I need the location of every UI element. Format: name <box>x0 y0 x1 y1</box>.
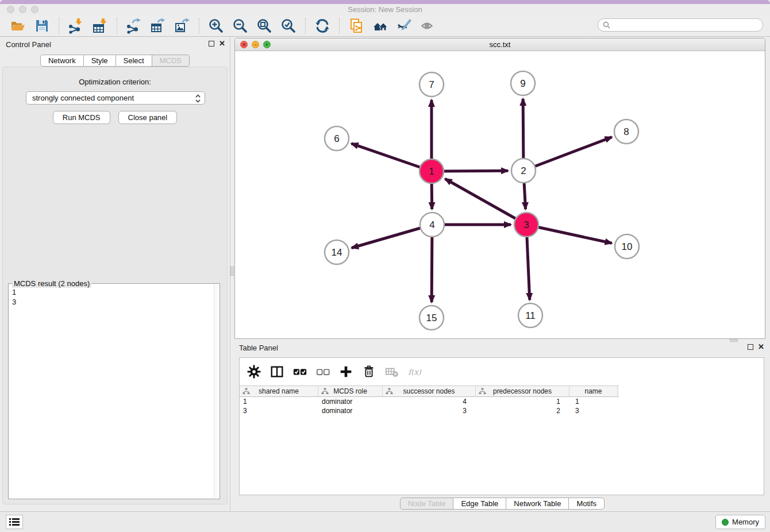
vertical-splitter[interactable] <box>230 37 234 511</box>
graph-node-label: 10 <box>622 241 633 252</box>
export-network-icon[interactable] <box>125 17 143 34</box>
table-panel: Table Panel ✕ <box>234 342 770 511</box>
select-all-icon[interactable] <box>292 364 307 379</box>
task-history-button[interactable] <box>6 515 23 529</box>
result-scrollbar[interactable] <box>214 284 219 498</box>
delete-table-icon <box>384 364 399 379</box>
result-line: 1 <box>12 287 211 297</box>
search-icon <box>603 21 610 29</box>
close-panel-button[interactable]: Close panel <box>118 111 178 124</box>
show-columns-icon[interactable] <box>270 364 284 379</box>
zoom-selected-icon[interactable] <box>280 17 297 34</box>
table-row[interactable]: 3 dominator 3 2 3 <box>240 406 619 415</box>
result-line: 3 <box>12 297 211 307</box>
main-toolbar <box>0 16 770 37</box>
duplicate-network-icon[interactable] <box>348 17 365 34</box>
column-header-predecessor-nodes[interactable]: predecessor nodes <box>476 386 569 396</box>
table-row[interactable]: 1 dominator 4 1 1 <box>240 397 619 406</box>
zoom-fit-icon[interactable] <box>256 17 273 34</box>
graph-node-label: 6 <box>334 133 339 144</box>
control-panel-title: Control Panel <box>6 40 51 49</box>
search-box <box>598 18 763 32</box>
column-header-shared-name[interactable]: shared name <box>240 386 318 396</box>
status-bar: Memory <box>0 511 770 532</box>
run-mcds-button[interactable]: Run MCDS <box>53 111 110 124</box>
zoom-out-icon[interactable] <box>232 17 249 34</box>
delete-column-icon[interactable] <box>361 364 376 379</box>
graph-node-label: 14 <box>332 247 342 258</box>
add-column-icon[interactable] <box>338 364 353 379</box>
graph-node-label: 8 <box>623 126 629 137</box>
table-header-row: shared name MCDS role successor nodes <box>240 385 619 397</box>
graph-edge-3-1[interactable] <box>445 179 526 225</box>
column-header-name[interactable]: name <box>569 386 618 396</box>
tab-network[interactable]: Network <box>40 55 84 67</box>
cell-successor-nodes[interactable]: 4 <box>383 397 476 406</box>
optimization-criterion-label: Optimization criterion: <box>3 78 227 86</box>
export-table-icon[interactable] <box>149 17 167 34</box>
graph-node-label: 2 <box>521 165 526 176</box>
first-neighbors-icon[interactable] <box>372 17 389 34</box>
tab-style[interactable]: Style <box>84 55 116 67</box>
cell-mcds-role[interactable]: dominator <box>318 406 383 415</box>
toolbar-separator <box>305 18 306 34</box>
export-image-icon[interactable] <box>174 17 191 34</box>
window-title: Session: New Session <box>0 5 770 14</box>
graph-node-label: 11 <box>525 310 536 321</box>
application-window: Session: New Session <box>0 0 770 532</box>
network-canvas-svg[interactable]: 7968124314101511 <box>235 51 765 338</box>
list-icon <box>9 518 20 526</box>
criterion-select[interactable]: strongly connected component <box>26 91 205 105</box>
save-session-icon[interactable] <box>33 17 51 34</box>
control-panel-tabs: Network Style Select MCDS <box>0 55 230 67</box>
tab-node-table[interactable]: Node Table <box>400 498 454 510</box>
open-session-icon[interactable] <box>9 17 26 34</box>
cell-predecessor-nodes[interactable]: 1 <box>476 397 569 406</box>
cell-shared-name[interactable]: 1 <box>240 397 318 406</box>
cell-shared-name[interactable]: 3 <box>240 406 318 415</box>
cell-predecessor-nodes[interactable]: 2 <box>476 406 569 415</box>
svg-text:f(x): f(x) <box>409 368 422 376</box>
graph-node-label: 1 <box>429 166 434 177</box>
float-table-panel-icon[interactable] <box>748 344 753 350</box>
graph-node-label: 9 <box>520 78 525 89</box>
close-table-panel-icon[interactable]: ✕ <box>758 344 764 350</box>
graph-edge-3-10[interactable] <box>526 225 612 243</box>
toolbar-separator <box>199 18 199 34</box>
window-top-accent <box>0 0 770 4</box>
select-stepper-icon <box>195 94 201 107</box>
cell-name[interactable]: 1 <box>569 397 618 406</box>
mcds-result-text[interactable]: 1 3 <box>9 286 214 498</box>
column-header-mcds-role[interactable]: MCDS role <box>318 386 383 396</box>
float-panel-icon[interactable] <box>209 41 214 47</box>
table-options-gear-icon[interactable] <box>247 364 261 379</box>
tab-select[interactable]: Select <box>116 55 152 67</box>
apply-layout-icon[interactable] <box>314 17 331 34</box>
cell-name[interactable]: 3 <box>569 406 618 415</box>
toolbar-separator <box>339 18 340 34</box>
cell-mcds-role[interactable]: dominator <box>318 397 383 406</box>
tab-motifs[interactable]: Motifs <box>569 498 605 510</box>
splitter-handle[interactable] <box>730 339 738 342</box>
column-header-successor-nodes[interactable]: successor nodes <box>383 386 476 396</box>
tab-mcds[interactable]: MCDS <box>152 55 190 67</box>
tab-edge-table[interactable]: Edge Table <box>453 498 506 510</box>
tab-network-table[interactable]: Network Table <box>506 498 569 510</box>
network-window-titlebar[interactable]: ✕ − + scc.txt <box>235 38 765 51</box>
search-input[interactable] <box>613 20 763 30</box>
memory-button[interactable]: Memory <box>715 515 765 529</box>
deselect-all-icon[interactable] <box>315 364 330 379</box>
import-table-icon[interactable] <box>91 17 109 34</box>
close-panel-icon[interactable]: ✕ <box>219 41 225 47</box>
graph-edge-2-8[interactable] <box>523 137 612 171</box>
graph-node-label: 15 <box>426 313 437 323</box>
hide-details-icon[interactable] <box>396 17 413 34</box>
toolbar-separator <box>59 18 59 34</box>
network-canvas[interactable]: 7968124314101511 <box>235 51 765 338</box>
show-details-icon[interactable] <box>420 17 437 34</box>
control-panel: Control Panel ✕ Network Style Select MCD… <box>0 37 230 511</box>
import-network-icon[interactable] <box>67 17 84 34</box>
zoom-in-icon[interactable] <box>207 17 225 34</box>
cell-successor-nodes[interactable]: 3 <box>383 406 476 415</box>
graph-node-label: 7 <box>429 79 434 90</box>
